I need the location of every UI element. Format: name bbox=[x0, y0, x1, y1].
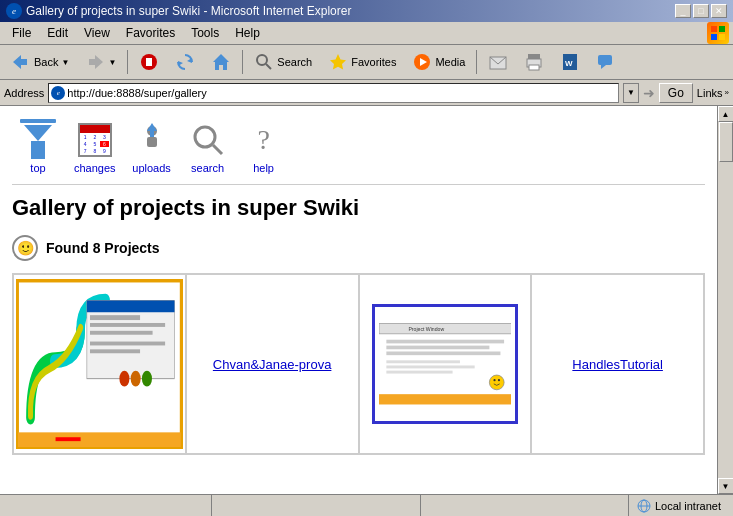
links-chevron-icon: » bbox=[725, 88, 729, 97]
word-button[interactable]: W bbox=[553, 48, 587, 76]
top-icon-box bbox=[18, 120, 58, 160]
svg-rect-56 bbox=[379, 394, 511, 404]
maximize-button[interactable]: □ bbox=[693, 4, 709, 18]
nav-top-label: top bbox=[30, 162, 45, 174]
smiley-icon: 🙂 bbox=[12, 235, 38, 261]
refresh-icon bbox=[175, 52, 195, 72]
menu-tools[interactable]: Tools bbox=[183, 24, 227, 42]
menu-help[interactable]: Help bbox=[227, 24, 268, 42]
stop-button[interactable] bbox=[132, 48, 166, 76]
links-button[interactable]: Links » bbox=[697, 87, 729, 99]
svg-rect-51 bbox=[386, 346, 489, 350]
nav-search[interactable]: search bbox=[188, 120, 228, 174]
address-go-arrow[interactable]: ➜ bbox=[643, 85, 655, 101]
project-cell-1 bbox=[13, 274, 186, 454]
svg-point-31 bbox=[195, 127, 215, 147]
svg-rect-55 bbox=[386, 371, 452, 374]
home-button[interactable] bbox=[204, 48, 238, 76]
toolbar-search-label: Search bbox=[277, 56, 312, 68]
back-button[interactable]: Back ▼ bbox=[4, 48, 76, 76]
address-input[interactable] bbox=[67, 87, 615, 99]
svg-point-59 bbox=[497, 379, 499, 381]
scroll-down-button[interactable]: ▼ bbox=[718, 478, 734, 494]
help-icon-box: ? bbox=[244, 120, 284, 160]
toolbar-separator-1 bbox=[127, 50, 128, 74]
project-thumbnail-1[interactable] bbox=[16, 279, 183, 449]
top-icon bbox=[20, 119, 56, 161]
mail-icon bbox=[488, 52, 508, 72]
page-title: Gallery of projects in super Swiki bbox=[12, 195, 705, 221]
svg-rect-22 bbox=[598, 55, 612, 65]
menu-favorites[interactable]: Favorites bbox=[118, 24, 183, 42]
toolbar-search-button[interactable]: Search bbox=[247, 48, 319, 76]
status-bar: Local intranet bbox=[0, 494, 733, 516]
snake-thumbnail bbox=[18, 281, 181, 447]
projects-grid: Chvan&Janae-prova Project Window bbox=[12, 273, 705, 455]
address-input-wrap[interactable]: e bbox=[48, 83, 618, 103]
nav-changes[interactable]: 123 456 789 changes bbox=[74, 120, 116, 174]
project-link-2[interactable]: Chvan&Janae-prova bbox=[213, 357, 332, 372]
project-cell-3: Project Window bbox=[359, 274, 532, 454]
menu-file[interactable]: File bbox=[4, 24, 39, 42]
refresh-button[interactable] bbox=[168, 48, 202, 76]
minimize-button[interactable]: _ bbox=[675, 4, 691, 18]
svg-marker-4 bbox=[13, 55, 27, 69]
nav-help[interactable]: ? help bbox=[244, 120, 284, 174]
media-button[interactable]: Media bbox=[405, 48, 472, 76]
svg-rect-47 bbox=[379, 324, 511, 405]
menu-edit[interactable]: Edit bbox=[39, 24, 76, 42]
stop-icon bbox=[139, 52, 159, 72]
forward-dropdown-icon[interactable]: ▼ bbox=[108, 58, 116, 67]
status-right: Local intranet bbox=[629, 499, 729, 513]
blue-border-thumbnail: Project Window bbox=[379, 311, 511, 417]
scroll-thumb[interactable] bbox=[719, 122, 733, 162]
globe-icon bbox=[637, 499, 651, 513]
toolbar: Back ▼ ▼ Search bbox=[0, 44, 733, 80]
svg-rect-54 bbox=[386, 365, 474, 368]
svg-rect-30 bbox=[150, 129, 154, 137]
toolbar-separator-3 bbox=[476, 50, 477, 74]
svg-rect-19 bbox=[529, 65, 539, 70]
found-projects-header: 🙂 Found 8 Projects bbox=[12, 235, 705, 261]
nav-uploads[interactable]: uploads bbox=[132, 120, 172, 174]
svg-rect-36 bbox=[56, 437, 81, 441]
go-button[interactable]: Go bbox=[659, 83, 693, 103]
project-thumbnail-3[interactable]: Project Window bbox=[372, 304, 518, 424]
close-button[interactable]: ✕ bbox=[711, 4, 727, 18]
svg-point-45 bbox=[131, 371, 141, 387]
address-label: Address bbox=[4, 87, 44, 99]
scroll-up-button[interactable]: ▲ bbox=[718, 106, 734, 122]
changes-icon-box: 123 456 789 bbox=[75, 120, 115, 160]
uploads-icon bbox=[135, 123, 169, 157]
svg-rect-2 bbox=[711, 34, 717, 40]
mail-button[interactable] bbox=[481, 48, 515, 76]
word-icon: W bbox=[560, 52, 580, 72]
help-icon: ? bbox=[247, 123, 281, 157]
favorites-icon bbox=[328, 52, 348, 72]
svg-rect-3 bbox=[719, 34, 725, 40]
back-dropdown-icon[interactable]: ▼ bbox=[61, 58, 69, 67]
window-controls[interactable]: _ □ ✕ bbox=[675, 4, 727, 18]
menu-view[interactable]: View bbox=[76, 24, 118, 42]
favorites-button[interactable]: Favorites bbox=[321, 48, 403, 76]
nav-top[interactable]: top bbox=[18, 120, 58, 174]
found-text: Found 8 Projects bbox=[46, 240, 160, 256]
svg-rect-41 bbox=[90, 331, 153, 335]
discuss-button[interactable] bbox=[589, 48, 623, 76]
svg-rect-50 bbox=[386, 340, 504, 344]
status-section-2 bbox=[212, 495, 420, 516]
windows-logo bbox=[707, 22, 729, 44]
svg-marker-23 bbox=[601, 65, 606, 69]
forward-button[interactable]: ▼ bbox=[78, 48, 123, 76]
project-link-4[interactable]: HandlesTutorial bbox=[572, 357, 663, 372]
svg-point-46 bbox=[142, 371, 152, 387]
print-button[interactable] bbox=[517, 48, 551, 76]
svg-rect-43 bbox=[90, 349, 140, 353]
title-bar: e Gallery of projects in super Swiki - M… bbox=[0, 0, 733, 22]
status-main bbox=[4, 495, 212, 516]
address-ie-icon: e bbox=[51, 86, 65, 100]
search-icon bbox=[191, 123, 225, 157]
address-dropdown[interactable]: ▼ bbox=[623, 83, 639, 103]
uploads-icon-box bbox=[132, 120, 172, 160]
svg-line-12 bbox=[266, 64, 271, 69]
